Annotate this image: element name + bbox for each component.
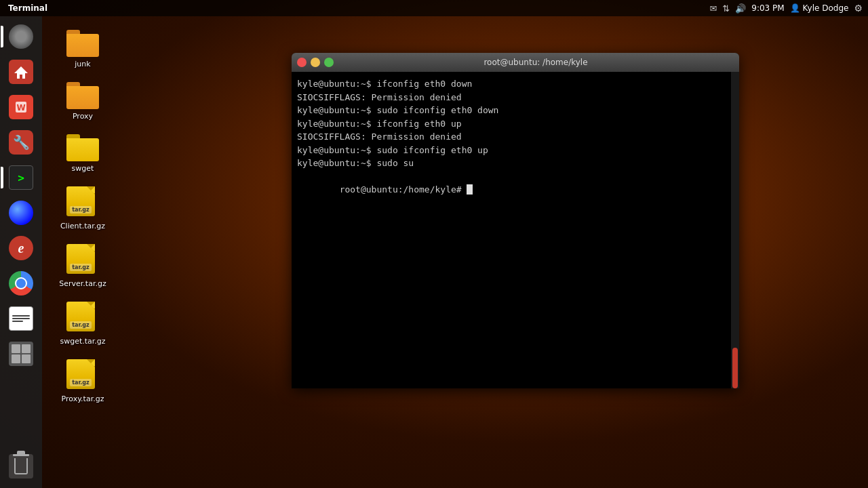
launcher-item-grid[interactable] <box>5 338 37 370</box>
terminal-maximize-button[interactable] <box>324 58 334 67</box>
term-line-5: SIOCSIFFLAGS: Permission denied <box>297 130 726 144</box>
tgz-label-server: tar.gz <box>70 264 91 271</box>
term-line-3: kyle@ubuntu:~$ sudo ifconfig eth0 down <box>297 104 726 117</box>
desktop: Terminal ✉ ⇅ 🔊 9:03 PM 👤 Kyle Dodge ⚙ <box>0 0 868 488</box>
last-prompt-text: root@ubuntu:/home/kyle# <box>340 184 467 195</box>
panel-app-name: Terminal <box>0 3 56 13</box>
panel-right: ✉ ⇅ 🔊 9:03 PM 👤 Kyle Dodge ⚙ <box>709 3 868 14</box>
trash-inner <box>14 458 28 474</box>
term-line-2: SIOCSIFFLAGS: Permission denied <box>297 91 726 104</box>
launcher-item-home[interactable] <box>5 56 37 88</box>
email-icon[interactable]: ✉ <box>709 3 717 14</box>
desktop-icon-junk[interactable]: junk <box>56 30 110 68</box>
editor-line-2 <box>12 318 30 319</box>
folder-body-proxy <box>66 86 99 109</box>
swget-label: swget <box>72 164 94 173</box>
desktop-icon-proxy-tgz[interactable]: tar.gz Proxy.tar.gz <box>56 359 110 403</box>
swget-tgz-body: tar.gz <box>66 302 95 331</box>
launcher-item-red-app[interactable]: e <box>5 232 37 264</box>
proxy-folder-icon <box>66 82 99 109</box>
terminal-icon <box>9 165 33 190</box>
swget-folder-icon <box>66 134 99 161</box>
terminal-title: root@ubuntu: /home/kyle <box>338 58 734 67</box>
server-tgz-label: Server.tar.gz <box>59 279 106 288</box>
launcher-item-chrome[interactable] <box>5 267 37 300</box>
desktop-icon-swget-tgz[interactable]: tar.gz swget.tar.gz <box>56 302 110 346</box>
launcher: W 🔧 e <box>0 16 42 488</box>
term-line-8: root@ubuntu:/home/kyle# <box>297 170 726 210</box>
orb-icon <box>9 201 33 225</box>
proxy-tgz-icon: tar.gz <box>66 359 99 392</box>
launcher-item-dash[interactable] <box>5 20 37 53</box>
grid-cell-3 <box>12 354 20 363</box>
home-svg <box>13 64 29 80</box>
svg-marker-0 <box>14 66 28 79</box>
panel-user: 👤 Kyle Dodge <box>790 3 849 13</box>
terminal-scrollbar-thumb[interactable] <box>732 348 738 388</box>
desktop-icon-swget[interactable]: swget <box>56 134 110 173</box>
red-e-icon: e <box>9 236 33 260</box>
tgz-label-proxy: tar.gz <box>70 379 91 386</box>
user-icon: 👤 <box>790 3 800 13</box>
launcher-item-libreoffice[interactable]: W <box>5 91 37 123</box>
libreoffice-icon: W <box>9 95 33 119</box>
client-tgz-body: tar.gz <box>66 186 95 216</box>
desktop-icon-proxy[interactable]: Proxy <box>56 82 110 121</box>
panel-gear-icon[interactable]: ⚙ <box>854 3 863 14</box>
tgz-fold-server <box>87 244 95 252</box>
launcher-item-editor[interactable] <box>5 302 37 335</box>
desktop-icon-server-tgz[interactable]: tar.gz Server.tar.gz <box>56 244 110 288</box>
grid-icon <box>9 342 33 366</box>
top-panel: Terminal ✉ ⇅ 🔊 9:03 PM 👤 Kyle Dodge ⚙ <box>0 0 868 16</box>
swget-tgz-icon: tar.gz <box>66 302 99 334</box>
trash-icon <box>9 454 33 479</box>
desktop-icon-client-tgz[interactable]: tar.gz Client.tar.gz <box>56 186 110 230</box>
terminal-window[interactable]: root@ubuntu: /home/kyle kyle@ubuntu:~$ i… <box>292 53 739 388</box>
editor-line-1 <box>12 315 30 317</box>
grid-cell-1 <box>12 344 20 353</box>
grid-cell-2 <box>22 344 31 353</box>
terminal-content[interactable]: kyle@ubuntu:~$ ifconfig eth0 down SIOCSI… <box>292 72 739 388</box>
term-line-1: kyle@ubuntu:~$ ifconfig eth0 down <box>297 77 726 91</box>
desktop-icons: junk Proxy swget tar.gz <box>42 16 123 417</box>
home-icon <box>9 60 33 84</box>
tgz-fold-swget <box>87 302 95 310</box>
server-tgz-body: tar.gz <box>66 244 95 274</box>
launcher-item-terminal[interactable] <box>5 161 37 194</box>
term-line-7: kyle@ubuntu:~$ sudo su <box>297 157 726 170</box>
panel-time: 9:03 PM <box>751 3 784 13</box>
junk-label: junk <box>75 60 90 68</box>
launcher-item-trash[interactable] <box>5 450 37 483</box>
proxy-label: Proxy <box>73 112 93 121</box>
proxy-tgz-body: tar.gz <box>66 359 95 389</box>
chrome-icon <box>9 271 33 296</box>
launcher-item-settings[interactable]: 🔧 <box>5 126 37 159</box>
swget-tgz-label: swget.tar.gz <box>60 337 105 346</box>
grid-cell-4 <box>22 354 31 363</box>
client-tgz-label: Client.tar.gz <box>60 222 105 230</box>
proxy-tgz-label: Proxy.tar.gz <box>62 394 104 403</box>
wrench-symbol: 🔧 <box>13 134 30 150</box>
launcher-item-orb[interactable] <box>5 197 37 229</box>
terminal-cursor <box>467 184 473 195</box>
editor-icon <box>9 306 33 331</box>
server-tgz-icon: tar.gz <box>66 244 99 277</box>
folder-body-swget <box>66 138 99 161</box>
term-line-6: kyle@ubuntu:~$ sudo ifconfig eth0 up <box>297 144 726 157</box>
client-tgz-icon: tar.gz <box>66 186 99 219</box>
terminal-close-button[interactable] <box>297 58 307 67</box>
folder-body <box>66 34 99 57</box>
wrench-icon: 🔧 <box>9 130 33 155</box>
terminal-scrollbar[interactable] <box>731 72 739 388</box>
tgz-fold-proxy <box>87 359 95 367</box>
gear-icon <box>9 24 33 49</box>
lo-svg: W <box>13 99 29 115</box>
terminal-titlebar: root@ubuntu: /home/kyle <box>292 53 739 72</box>
network-icon[interactable]: ⇅ <box>722 3 730 14</box>
junk-folder-icon <box>66 30 99 57</box>
terminal-minimize-button[interactable] <box>311 58 320 67</box>
tgz-label: tar.gz <box>70 206 91 214</box>
term-line-4: kyle@ubuntu:~$ ifconfig eth0 up <box>297 117 726 131</box>
volume-icon[interactable]: 🔊 <box>735 3 746 14</box>
editor-line-3 <box>12 321 23 322</box>
